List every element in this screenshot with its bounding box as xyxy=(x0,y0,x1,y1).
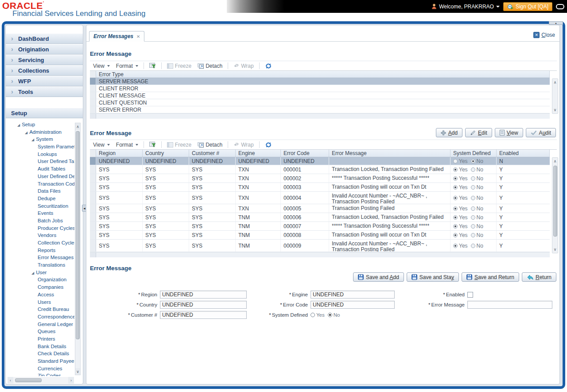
tree-item-batch-jobs[interactable]: Batch Jobs xyxy=(6,217,74,225)
query-by-example-button[interactable] xyxy=(149,142,156,147)
sidebar-item-collections[interactable]: ›Collections xyxy=(6,65,83,76)
tree-item-user[interactable]: ◢User xyxy=(6,269,74,276)
tree-item-user-defined-tab[interactable]: User Defined Tab xyxy=(6,158,74,165)
scroll-thumb[interactable] xyxy=(553,166,557,237)
tab-close-icon[interactable]: ✕ xyxy=(136,34,140,39)
scroll-thumb[interactable] xyxy=(76,131,80,339)
tree-item-vendors[interactable]: Vendors xyxy=(6,232,74,239)
tree-item-standard-payees[interactable]: Standard Payees xyxy=(6,357,74,365)
country-input[interactable] xyxy=(160,301,247,309)
save-and-return-button[interactable]: Save and Return xyxy=(462,272,519,282)
tree-item-zip-codes[interactable]: Zip Codes xyxy=(6,372,74,376)
tree-item-printers[interactable]: Printers xyxy=(6,335,74,343)
tree-item-user-defined-def[interactable]: User Defined Def xyxy=(6,173,74,180)
error-message-row[interactable]: SYSSYSSYSTNM000009Invalid Account Number… xyxy=(90,240,550,252)
tree-item-check-details[interactable]: Check Details xyxy=(6,350,74,357)
column-header-error-code[interactable]: Error Code xyxy=(281,150,329,157)
save-and-stay-button[interactable]: Save and Stay xyxy=(407,272,459,282)
column-header-country[interactable]: Country xyxy=(143,150,189,157)
scroll-left-icon[interactable]: ‹ xyxy=(8,377,13,384)
tree-vertical-scrollbar[interactable]: ∧ ∨ xyxy=(75,123,81,375)
refresh-button[interactable] xyxy=(265,142,272,148)
scroll-right-icon[interactable]: › xyxy=(68,377,74,384)
scroll-up-icon[interactable]: ∧ xyxy=(552,79,558,86)
error-message-row[interactable]: SYSSYSSYSTXN000002***** Transaction Post… xyxy=(90,174,550,183)
tree-item-reports[interactable]: Reports xyxy=(6,247,74,254)
column-header-error-type[interactable]: Error Type xyxy=(96,71,550,78)
refresh-button[interactable] xyxy=(265,63,272,69)
close-button[interactable]: ✕ Close xyxy=(533,32,555,38)
save-and-add-button[interactable]: Save and Add xyxy=(353,272,404,282)
format-menu-button[interactable]: Format xyxy=(116,63,138,69)
tree-item-translations[interactable]: Translations xyxy=(6,261,74,269)
edit-button[interactable]: Edit xyxy=(465,128,492,137)
tree-item-administration[interactable]: ◢Administration xyxy=(6,128,74,136)
sidebar-item-servicing[interactable]: ›Servicing xyxy=(6,54,83,65)
column-header-enabled[interactable]: Enabled xyxy=(497,150,550,157)
view-menu-button[interactable]: View xyxy=(93,142,110,148)
system-defined-no-option[interactable]: No xyxy=(328,312,340,318)
error-type-row[interactable]: CLIENT QUESTION xyxy=(90,99,550,106)
scroll-thumb[interactable] xyxy=(15,378,42,382)
tree-item-system[interactable]: ◢System xyxy=(6,136,74,143)
view-menu-button[interactable]: View xyxy=(93,63,110,69)
error-message-row[interactable]: UNDEFINEDUNDEFINEDUNDEFINEDUNDEFINEDUNDE… xyxy=(90,157,550,165)
sidebar-item-tools[interactable]: ›Tools xyxy=(6,86,83,97)
tree-item-general-ledger[interactable]: General Ledger xyxy=(6,321,74,328)
sidebar-item-setup[interactable]: Setup xyxy=(6,108,83,118)
error-message-row[interactable]: SYSSYSSYSTNM000006Transaction Locked, Tr… xyxy=(90,213,550,222)
add-button[interactable]: Add xyxy=(436,128,462,137)
error-type-row[interactable]: CLIENT ERROR xyxy=(90,85,550,92)
tree-item-data-files[interactable]: Data Files xyxy=(6,187,74,195)
tree-item-producer-cycles[interactable]: Producer Cycles xyxy=(6,225,74,232)
error-message-row[interactable]: SYSSYSSYSTNM000007***** Transaction Post… xyxy=(90,222,550,231)
tree-item-credit-bureau[interactable]: Credit Bureau xyxy=(6,306,74,313)
error-type-row[interactable]: SERVER ERROR xyxy=(90,106,550,113)
scroll-up-icon[interactable]: ∧ xyxy=(75,123,80,130)
column-header-error-message[interactable]: Error Message xyxy=(329,150,450,157)
detach-button[interactable]: Detach xyxy=(198,142,222,148)
error-type-table-scrollbar[interactable]: ∧ ∨ xyxy=(552,78,558,114)
tree-item-access[interactable]: Access xyxy=(6,291,74,299)
tree-item-collection-cycles[interactable]: Collection Cycles xyxy=(6,239,74,247)
region-input[interactable] xyxy=(160,291,247,299)
tab-error-messages[interactable]: Error Messages ✕ xyxy=(89,31,144,42)
tree-item-organization[interactable]: Organization xyxy=(6,276,74,283)
tree-item-transaction-code[interactable]: Transaction Code xyxy=(6,180,74,188)
system-defined-yes-option[interactable]: Yes xyxy=(311,312,325,318)
welcome-menu[interactable]: Welcome, PRAKRRAO xyxy=(431,4,500,10)
tree-item-correspondence[interactable]: Correspondence xyxy=(6,313,74,321)
tree-item-error-messages[interactable]: Error Messages xyxy=(6,254,74,261)
sidebar-item-dashboard[interactable]: ›DashBoard xyxy=(6,33,83,44)
grid-scrollbar[interactable]: ∧ ∨ xyxy=(552,157,558,253)
scroll-down-icon[interactable]: ∨ xyxy=(552,246,558,253)
audit-button[interactable]: Audit xyxy=(526,128,556,137)
sign-out-button[interactable]: Sign Out [QA] xyxy=(503,2,552,11)
tree-item-events[interactable]: Events xyxy=(6,210,74,217)
tree-item-companies[interactable]: Companies xyxy=(6,283,74,291)
column-header-customer[interactable]: Customer # xyxy=(189,150,236,157)
error-message-row[interactable]: SYSSYSSYSTXN000001Transaction Locked, Tr… xyxy=(90,165,550,174)
error-message-row[interactable]: SYSSYSSYSTNM000008Transaction Posting wi… xyxy=(90,231,550,240)
tree-item-bank-details[interactable]: Bank Details xyxy=(6,343,74,350)
column-header-system-defined[interactable]: System Defined xyxy=(450,150,497,157)
scroll-down-icon[interactable]: ∨ xyxy=(552,106,558,113)
tree-item-setup[interactable]: ◢Setup xyxy=(6,121,74,128)
enabled-checkbox[interactable] xyxy=(467,292,473,298)
format-menu-button[interactable]: Format xyxy=(116,142,138,148)
tree-item-audit-tables[interactable]: Audit Tables xyxy=(6,165,74,173)
error-type-row[interactable]: SERVER MESSAGE xyxy=(90,78,550,85)
scroll-up-icon[interactable]: ∧ xyxy=(552,158,558,165)
tree-item-system-paramete[interactable]: System Paramete xyxy=(6,143,74,151)
tree-item-users[interactable]: Users xyxy=(6,299,74,306)
tree-item-queues[interactable]: Queues xyxy=(6,328,74,335)
return-button[interactable]: Return xyxy=(522,272,556,282)
error-message-row[interactable]: SYSSYSSYSTXN000005Transaction Posting Fa… xyxy=(90,204,550,213)
column-header-region[interactable]: Region xyxy=(96,150,143,157)
tree-item-securitization[interactable]: Securitization xyxy=(6,202,74,210)
error-type-row[interactable]: CLIENT MESSAGE xyxy=(90,92,550,99)
view-button[interactable]: View xyxy=(495,128,523,137)
error-message-row[interactable]: SYSSYSSYSTXN000004Invalid Account Number… xyxy=(90,192,550,204)
column-header-engine[interactable]: Engine xyxy=(236,150,281,157)
sidebar-item-origination[interactable]: ›Origination xyxy=(6,44,83,54)
